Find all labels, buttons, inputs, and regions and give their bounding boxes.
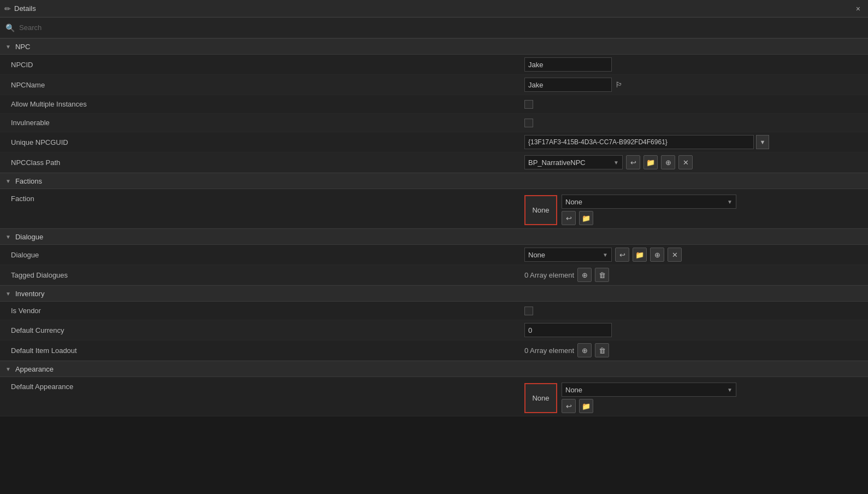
npcid-label: NPCID [11,61,524,69]
is-vendor-value [524,307,863,315]
npcid-input[interactable] [524,57,612,72]
faction-reset-button[interactable]: ↩ [562,211,576,225]
npcname-row: NPCName 🏳 [0,75,868,95]
search-input[interactable] [19,23,863,32]
dialogue-dropdown-arrow-icon: ▼ [603,252,608,258]
guid-dropdown-button[interactable]: ▼ [756,135,769,149]
npcclass-dropdown-text: BP_NarrativeNPC [528,158,610,167]
npcclass-dropdown-arrow-icon: ▼ [613,160,619,166]
edit-icon: ✏ [4,4,11,13]
appearance-browse-button[interactable]: 📁 [579,399,593,413]
npcclass-path-row: NPCClass Path BP_NarrativeNPC ▼ ↩ 📁 ⊕ ✕ [0,152,868,173]
default-appearance-value: None None ▼ ↩ 📁 [524,383,863,413]
appearance-section: ▼ Appearance Default Appearance None Non… [0,361,868,416]
appearance-dropdown-group: None ▼ ↩ 📁 [562,383,736,413]
inventory-section-header[interactable]: ▼ Inventory [0,285,868,302]
appearance-reset-button[interactable]: ↩ [562,399,576,413]
npcname-container: 🏳 [524,78,623,92]
close-button[interactable]: × [853,3,864,14]
unique-npcguid-value: ▼ [524,135,863,149]
is-vendor-checkbox[interactable] [524,307,533,315]
default-item-loadout-add-button[interactable]: ⊕ [577,343,592,357]
faction-none-button[interactable]: None [524,195,557,225]
is-vendor-row: Is Vendor [0,302,868,320]
npc-section-header[interactable]: ▼ NPC [0,38,868,55]
guid-container: ▼ [524,135,769,149]
default-currency-input[interactable] [524,323,612,337]
npcclass-path-value: BP_NarrativeNPC ▼ ↩ 📁 ⊕ ✕ [524,155,863,169]
dialogue-clear-button[interactable]: ✕ [668,248,682,262]
tagged-dialogues-delete-button[interactable]: 🗑 [595,268,609,282]
appearance-dropdown-arrow-icon: ▼ [727,387,733,393]
appearance-none-button[interactable]: None [524,383,557,413]
appearance-section-header[interactable]: ▼ Appearance [0,361,868,377]
factions-section-title: Factions [15,177,42,185]
npcid-value [524,57,863,72]
inventory-section-title: Inventory [15,290,44,298]
dialogue-section: ▼ Dialogue Dialogue None ▼ ↩ 📁 ⊕ ✕ Tagge… [0,228,868,285]
default-item-loadout-label: Default Item Loadout [11,346,524,355]
npcclass-clear-button[interactable]: ✕ [678,155,693,169]
npcid-row: NPCID [0,55,868,75]
flag-icon[interactable]: 🏳 [615,80,623,89]
appearance-value-group: None None ▼ ↩ 📁 [524,383,736,413]
dialogue-row: Dialogue None ▼ ↩ 📁 ⊕ ✕ [0,245,868,265]
npcname-value: 🏳 [524,78,863,92]
default-item-loadout-delete-button[interactable]: 🗑 [595,343,609,357]
tagged-dialogues-add-button[interactable]: ⊕ [577,268,592,282]
allow-multiple-instances-row: Allow Multiple Instances [0,95,868,114]
tagged-dialogues-label: Tagged Dialogues [11,271,524,279]
faction-value: None None ▼ ↩ 📁 [524,195,863,225]
dialogue-value: None ▼ ↩ 📁 ⊕ ✕ [524,248,863,262]
default-item-loadout-row: Default Item Loadout 0 Array element ⊕ 🗑 [0,340,868,361]
npcguid-input[interactable] [524,135,754,149]
npc-chevron-icon: ▼ [5,44,11,50]
npc-section-title: NPC [15,43,30,51]
npcclass-browse-button[interactable]: 📁 [643,155,658,169]
default-appearance-label: Default Appearance [11,383,524,391]
npc-section: ▼ NPC NPCID NPCName 🏳 Allow Multiple Ins… [0,38,868,173]
dialogue-section-header[interactable]: ▼ Dialogue [0,228,868,245]
npcclass-container: BP_NarrativeNPC ▼ ↩ 📁 ⊕ ✕ [524,155,693,169]
faction-browse-button[interactable]: 📁 [579,211,593,225]
appearance-dropdown[interactable]: None ▼ [562,383,736,397]
search-bar: 🔍 [0,17,868,38]
faction-action-buttons: ↩ 📁 [562,211,736,225]
factions-section: ▼ Factions Faction None None ▼ ↩ 📁 [0,173,868,228]
invulnerable-label: Invulnerable [11,119,524,127]
is-vendor-label: Is Vendor [11,307,524,315]
invulnerable-checkbox[interactable] [524,119,533,127]
default-currency-value [524,323,863,337]
faction-dropdown-group: None ▼ ↩ 📁 [562,195,736,225]
allow-multiple-instances-label: Allow Multiple Instances [11,100,524,108]
dialogue-browse-button[interactable]: 📁 [633,248,647,262]
allow-multiple-instances-checkbox[interactable] [524,100,533,109]
dialogue-add-button[interactable]: ⊕ [650,248,664,262]
unique-npcguid-row: Unique NPCGUID ▼ [0,132,868,152]
title-bar: ✏ Details × [0,0,868,17]
npcname-input[interactable] [524,78,612,92]
unique-npcguid-label: Unique NPCGUID [11,138,524,146]
dialogue-dropdown-text: None [528,251,599,259]
npcclass-path-label: NPCClass Path [11,158,524,167]
default-item-loadout-value: 0 Array element ⊕ 🗑 [524,343,863,357]
dialogue-dropdown[interactable]: None ▼ [524,248,612,262]
appearance-section-title: Appearance [15,365,54,373]
default-currency-row: Default Currency [0,320,868,340]
npcname-label: NPCName [11,81,524,89]
factions-chevron-icon: ▼ [5,178,11,184]
tagged-dialogues-value: 0 Array element ⊕ 🗑 [524,268,863,282]
inventory-chevron-icon: ▼ [5,291,11,297]
factions-section-header[interactable]: ▼ Factions [0,173,868,189]
npcclass-dropdown[interactable]: BP_NarrativeNPC ▼ [524,155,623,169]
appearance-chevron-icon: ▼ [5,366,11,372]
npcclass-add-button[interactable]: ⊕ [661,155,675,169]
faction-dropdown[interactable]: None ▼ [562,195,736,209]
title-bar-label: Details [14,4,853,13]
dialogue-section-title: Dialogue [15,233,43,241]
invulnerable-row: Invulnerable [0,114,868,132]
dialogue-reset-button[interactable]: ↩ [615,248,629,262]
tagged-dialogues-count: 0 Array element [524,271,574,279]
inventory-section: ▼ Inventory Is Vendor Default Currency D… [0,285,868,361]
npcclass-reset-button[interactable]: ↩ [626,155,640,169]
